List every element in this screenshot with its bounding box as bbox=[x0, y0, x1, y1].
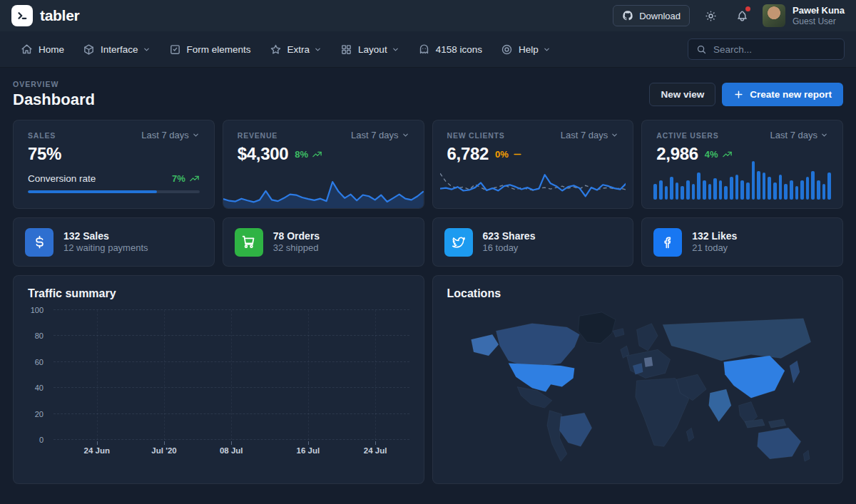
y-tick-label: 40 bbox=[35, 384, 44, 392]
search-box[interactable] bbox=[688, 38, 845, 60]
info-subtitle: 16 today bbox=[483, 242, 536, 254]
new-clients-label: NEW CLIENTS bbox=[447, 131, 505, 140]
notifications-button[interactable] bbox=[731, 5, 753, 26]
users-range-dropdown[interactable]: Last 7 days bbox=[770, 130, 829, 140]
sales-info-card: 132 Sales 12 waiting payments bbox=[13, 217, 215, 267]
nav-label: Interface bbox=[101, 44, 138, 55]
spark-bar bbox=[768, 177, 771, 200]
likes-info-card: 132 Likes 21 today bbox=[641, 217, 843, 267]
download-button[interactable]: Download bbox=[613, 5, 690, 26]
user-menu[interactable]: Paweł Kuna Guest User bbox=[763, 4, 845, 27]
map-region-china[interactable] bbox=[723, 356, 784, 398]
spark-bar bbox=[806, 177, 810, 200]
main-nav: Home Interface Form elements Extra bbox=[0, 31, 856, 68]
spark-bar bbox=[773, 182, 777, 200]
spark-bar bbox=[681, 186, 684, 200]
map-region-brazil bbox=[559, 413, 591, 446]
progress-fill bbox=[28, 190, 157, 193]
star-icon bbox=[270, 43, 282, 56]
theme-toggle-button[interactable] bbox=[700, 5, 721, 26]
info-subtitle: 21 today bbox=[692, 242, 737, 254]
twitter-icon bbox=[444, 228, 473, 257]
nav-item-home[interactable]: Home bbox=[11, 31, 73, 67]
sales-label: SALES bbox=[28, 131, 56, 140]
y-tick-label: 0 bbox=[39, 436, 44, 444]
spark-bar bbox=[713, 178, 717, 200]
github-icon bbox=[622, 10, 633, 21]
spark-bar bbox=[757, 171, 760, 200]
nav-item-icons[interactable]: 4158 icons bbox=[409, 31, 491, 67]
create-report-label: Create new report bbox=[750, 89, 832, 100]
map-region-new-zealand bbox=[803, 451, 810, 462]
spark-bar bbox=[746, 182, 750, 200]
traffic-bars bbox=[54, 310, 409, 440]
revenue-change: 8% bbox=[295, 149, 308, 160]
nav-item-form-elements[interactable]: Form elements bbox=[160, 31, 260, 67]
tabler-logo-icon bbox=[11, 5, 33, 26]
spark-bar bbox=[692, 184, 696, 200]
locations-title: Locations bbox=[447, 287, 829, 300]
x-tick bbox=[375, 441, 376, 445]
spark-bar bbox=[735, 175, 739, 200]
nav-label: Help bbox=[519, 44, 539, 55]
nav-item-extra[interactable]: Extra bbox=[260, 31, 332, 67]
page-header: OVERVIEW Dashboard New view Create new r… bbox=[0, 68, 856, 120]
avatar bbox=[763, 4, 785, 27]
range-label: Last 7 days bbox=[561, 130, 608, 140]
map-region-japan bbox=[790, 361, 800, 383]
chevron-down-icon bbox=[392, 46, 399, 53]
user-name: Paweł Kuna bbox=[793, 5, 845, 16]
sales-card: SALES Last 7 days 75% Conversion rate 7% bbox=[13, 120, 215, 209]
page-title: Dashboard bbox=[13, 91, 95, 109]
sales-value: 75% bbox=[28, 144, 61, 164]
brand-logo[interactable]: tabler bbox=[11, 5, 79, 26]
search-input[interactable] bbox=[713, 44, 840, 55]
y-tick-label: 100 bbox=[31, 306, 44, 314]
spark-bar bbox=[784, 184, 788, 200]
spark-bar bbox=[795, 186, 799, 200]
spark-bar bbox=[670, 177, 673, 200]
revenue-range-dropdown[interactable]: Last 7 days bbox=[351, 130, 409, 140]
conversion-rate-change: 7% bbox=[172, 173, 185, 184]
brand-name: tabler bbox=[40, 7, 79, 24]
spark-bar bbox=[724, 186, 728, 200]
info-title: 132 Sales bbox=[63, 230, 148, 242]
spark-bar bbox=[800, 180, 804, 200]
home-icon bbox=[21, 43, 33, 56]
download-label: Download bbox=[639, 11, 681, 21]
chevron-down-icon bbox=[611, 131, 618, 139]
shopping-cart-icon bbox=[235, 228, 263, 257]
orders-info-card: 78 Orders 32 shipped bbox=[223, 217, 424, 267]
x-tick bbox=[97, 441, 98, 445]
create-report-button[interactable]: Create new report bbox=[722, 83, 843, 106]
nav-item-interface[interactable]: Interface bbox=[73, 31, 160, 67]
active-users-card: ACTIVE USERS Last 7 days 2,986 4% bbox=[641, 120, 843, 209]
nav-label: Extra bbox=[287, 44, 310, 55]
nav-label: 4158 icons bbox=[436, 44, 482, 55]
shares-info-card: 623 Shares 16 today bbox=[432, 217, 634, 267]
new-clients-value: 6,782 bbox=[447, 144, 489, 164]
spark-bar bbox=[703, 180, 706, 200]
info-subtitle: 32 shipped bbox=[273, 242, 320, 254]
layout-grid-icon bbox=[340, 43, 352, 56]
clients-sparkline-chart bbox=[440, 165, 626, 202]
info-title: 623 Shares bbox=[483, 230, 536, 242]
map-region-australia bbox=[757, 428, 800, 459]
spark-bar bbox=[697, 173, 700, 200]
new-view-button[interactable]: New view bbox=[649, 83, 715, 106]
sales-range-dropdown[interactable]: Last 7 days bbox=[141, 130, 200, 140]
spark-bar bbox=[740, 180, 744, 200]
info-title: 78 Orders bbox=[273, 230, 320, 242]
package-icon bbox=[83, 43, 95, 56]
nav-item-help[interactable]: Help bbox=[491, 31, 560, 67]
x-tick-label: 24 Jul bbox=[364, 446, 387, 455]
spark-bar bbox=[779, 175, 783, 200]
clients-range-dropdown[interactable]: Last 7 days bbox=[561, 130, 619, 140]
range-label: Last 7 days bbox=[351, 130, 399, 140]
checkbox-icon bbox=[169, 43, 181, 56]
map-region-greenland bbox=[578, 312, 615, 344]
range-label: Last 7 days bbox=[770, 130, 818, 140]
map-region-iceland bbox=[613, 329, 624, 337]
y-tick-label: 60 bbox=[35, 358, 44, 366]
nav-item-layout[interactable]: Layout bbox=[331, 31, 409, 67]
